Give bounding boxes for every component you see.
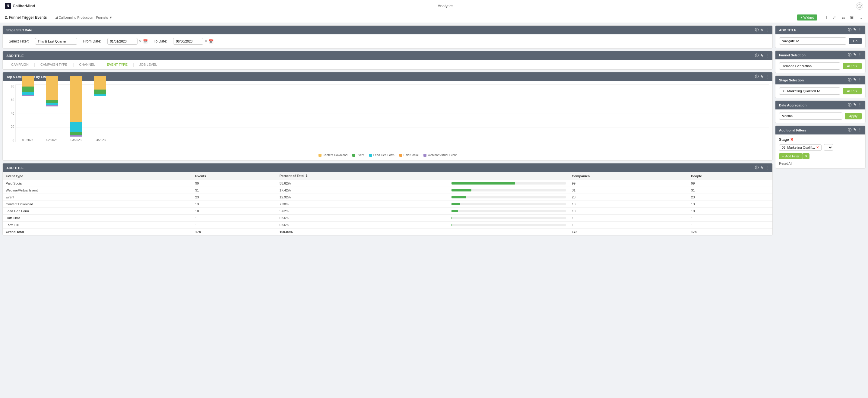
additional-filters-card: Additional Filters ⓘ ✎ ⋮ Stage ✖ 03: Mar… — [775, 125, 866, 169]
table-header-row: Event Type Events Percent of Total ⇕ Com… — [3, 172, 772, 180]
bar-apr-green — [94, 90, 106, 94]
stage-edit-icon[interactable]: ✎ — [853, 78, 856, 83]
funnel-title: Funnel Selection — [779, 53, 848, 57]
filter-tag-remove[interactable]: ✕ — [816, 146, 819, 150]
bar-mar-green — [70, 132, 82, 135]
stage-select-row: 03: Marketing Qualified Ac APPLY — [779, 87, 862, 95]
nav-edit-icon[interactable]: ✎ — [853, 27, 856, 33]
funnel-apply-button[interactable]: APPLY — [843, 63, 862, 69]
select-filter-label: Select Filter: — [9, 39, 29, 43]
stage-info-icon[interactable]: ⓘ — [848, 78, 851, 83]
reset-all-button[interactable]: Reset All — [779, 162, 792, 165]
col-people: People — [688, 172, 772, 180]
filters-more-icon[interactable]: ⋮ — [858, 127, 862, 133]
from-date-clear[interactable]: ✕ — [139, 39, 142, 43]
filters-edit-icon[interactable]: ✎ — [853, 127, 856, 133]
user-icon[interactable]: Ⓒ — [856, 2, 863, 10]
table-widget: ADD TITLE ⓘ ✎ ⋮ Event Type Events Percen… — [2, 163, 773, 236]
to-date-input[interactable] — [173, 38, 203, 44]
bar-feb-cyan — [46, 103, 58, 105]
chart-edit-icon[interactable]: ✎ — [760, 75, 763, 79]
add-filter-dropdown[interactable]: ▼ — [803, 153, 810, 159]
logo-icon: N — [5, 3, 11, 9]
chart-widget-title: Top 5 Event Types by Events — [6, 75, 752, 79]
layout-icon[interactable]: ▣ — [849, 14, 855, 21]
date-agg-more-icon[interactable]: ⋮ — [858, 102, 862, 108]
tabs-row: CAMPAIGN | CAMPAIGN TYPE | CHANNEL | EVE… — [3, 60, 772, 69]
navigate-to-card: ADD TITLE ⓘ ✎ ⋮ Navigate To Go — [775, 25, 866, 48]
filters-info-icon[interactable]: ⓘ — [848, 127, 851, 133]
bar-group-jan: 01/2023 — [22, 76, 34, 142]
go-button[interactable]: Go — [849, 38, 862, 44]
stage-apply-button[interactable]: APPLY — [843, 88, 862, 94]
funnel-more-icon[interactable]: ⋮ — [858, 53, 862, 58]
to-date-clear[interactable]: ✕ — [205, 39, 208, 43]
top-nav: N CaliberMind Analytics Ⓒ — [0, 0, 868, 12]
app-logo: N CaliberMind — [5, 3, 35, 9]
edit-icon-2[interactable]: ✎ — [760, 54, 763, 58]
info-icon-2[interactable]: ⓘ — [755, 53, 758, 58]
date-agg-edit-icon[interactable]: ✎ — [853, 102, 856, 108]
text-icon[interactable]: T — [824, 14, 829, 21]
funnel-info-icon[interactable]: ⓘ — [848, 53, 851, 58]
x-label-apr: 04/2023 — [95, 139, 105, 142]
legend-content-download: Content Download — [318, 153, 347, 157]
chart-widget: Top 5 Event Types by Events ⓘ ✎ ⋮ 80 60 … — [2, 72, 773, 161]
chart-widget-header: Top 5 Event Types by Events ⓘ ✎ ⋮ — [3, 72, 772, 81]
breadcrumb-text[interactable]: Calibermind Production - Funnels — [59, 16, 108, 19]
filters-title: Additional Filters — [779, 128, 848, 132]
tab-campaign-type[interactable]: CAMPAIGN TYPE — [36, 60, 72, 69]
from-date-calendar[interactable]: 📅 — [143, 39, 148, 44]
stage-remove-icon[interactable]: ✖ — [790, 137, 793, 142]
tab-campaign[interactable]: CAMPAIGN — [6, 60, 33, 69]
tab-event-type[interactable]: EVENT TYPE — [102, 60, 132, 69]
toolbar-icons: T ☄ ☷ ▣ … — [824, 14, 863, 21]
nav-more-icon[interactable]: ⋮ — [858, 27, 862, 33]
chart-info-icon[interactable]: ⓘ — [755, 74, 758, 79]
tabs-widget-icons: ⓘ ✎ ⋮ — [755, 53, 769, 58]
funnel-header: Funnel Selection ⓘ ✎ ⋮ — [775, 51, 865, 59]
funnel-select[interactable]: Demand Generation — [779, 62, 840, 70]
filter-select[interactable]: This & Last Quarter — [35, 38, 77, 44]
bar-mar-cyan — [70, 122, 82, 132]
chart-more-icon[interactable]: ⋮ — [765, 75, 769, 79]
more-icon[interactable]: ⋮ — [765, 28, 769, 32]
grid-icon[interactable]: ☷ — [840, 14, 846, 21]
funnel-select-row: Demand Generation APPLY — [779, 62, 862, 70]
navigate-select[interactable]: Navigate To — [779, 37, 846, 44]
from-date-input[interactable] — [107, 38, 137, 44]
left-panel: Stage Start Date ⓘ ✎ ⋮ Select Filter: Th… — [2, 25, 773, 396]
table-more-icon[interactable]: ⋮ — [765, 166, 769, 170]
more-icon[interactable]: … — [857, 14, 863, 21]
table-edit-icon[interactable]: ✎ — [760, 166, 763, 170]
date-agg-info-icon[interactable]: ⓘ — [848, 102, 851, 108]
add-widget-button[interactable]: + Widget — [797, 14, 817, 21]
image-icon[interactable]: ☄ — [832, 14, 838, 21]
stage-body: 03: Marketing Qualified Ac APPLY — [775, 85, 865, 98]
months-select[interactable]: Months — [779, 113, 842, 120]
date-agg-apply-button[interactable]: Apply — [845, 113, 862, 119]
x-label-mar: 03/2023 — [70, 139, 82, 142]
data-table: Event Type Events Percent of Total ⇕ Com… — [3, 172, 772, 235]
more-icon-2[interactable]: ⋮ — [765, 54, 769, 58]
stage-start-date-widget: Stage Start Date ⓘ ✎ ⋮ Select Filter: Th… — [2, 25, 773, 49]
edit-icon[interactable]: ✎ — [760, 28, 763, 32]
bar-jan-paid — [22, 87, 34, 92]
funnel-edit-icon[interactable]: ✎ — [853, 53, 856, 58]
tab-job-level[interactable]: JOB LEVEL — [134, 60, 162, 69]
breadcrumb: ◢ Calibermind Production - Funnels ▼ — [55, 16, 113, 19]
filters-body: Stage ✖ 03: Marketing Qualifi... ✕ + Ad — [775, 134, 865, 168]
filter-tag-select[interactable] — [824, 144, 833, 151]
info-icon[interactable]: ⓘ — [755, 27, 758, 33]
navigate-header: ADD TITLE ⓘ ✎ ⋮ — [775, 26, 865, 34]
nav-analytics[interactable]: Analytics — [438, 4, 453, 9]
add-filter-button[interactable]: + Add Filter — [779, 153, 803, 159]
to-date-calendar[interactable]: 📅 — [209, 39, 214, 44]
table-info-icon[interactable]: ⓘ — [755, 165, 758, 171]
nav-info-icon[interactable]: ⓘ — [848, 27, 851, 33]
stage-more-icon[interactable]: ⋮ — [858, 78, 862, 83]
nav-center: Analytics — [35, 4, 856, 8]
stage-select[interactable]: 03: Marketing Qualified Ac — [779, 87, 840, 95]
tab-channel[interactable]: CHANNEL — [74, 60, 100, 69]
tabs-widget-title: ADD TITLE — [6, 54, 752, 58]
